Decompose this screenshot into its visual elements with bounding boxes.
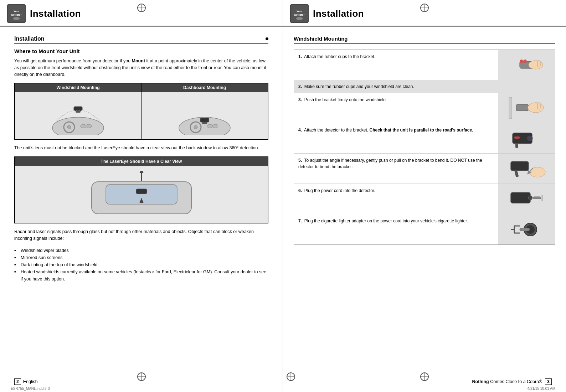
bullet-item-1: Windshield wiper blades <box>14 247 268 254</box>
windshield-mount-label: Windshield Mounting <box>15 83 141 92</box>
svg-point-14 <box>207 124 213 128</box>
section-title-row: Installation <box>14 36 268 44</box>
right-content: Windshield Mounting 1. Attach the rubber… <box>283 27 566 252</box>
left-page-num: 2 <box>14 378 21 385</box>
page-container: Your Detector Installation Installation … <box>0 0 566 392</box>
dashboard-mount-image <box>142 92 268 139</box>
step-text-2: 2. Make sure the rubber cups and your wi… <box>294 80 555 93</box>
lasereye-label: The LaserEye Should Have a Clear View <box>15 157 268 166</box>
lasereye-svg <box>81 171 202 217</box>
doc-footer-right: 4/21/15 10:01 AM <box>528 387 555 391</box>
svg-point-34 <box>528 103 544 113</box>
body-text-2: The unit's lens must not be blocked and … <box>14 145 268 151</box>
lasereye-image <box>15 166 268 223</box>
svg-rect-17 <box>202 122 207 124</box>
svg-point-4 <box>52 117 104 135</box>
crosshair-bottom-right <box>420 372 429 382</box>
svg-point-28 <box>520 60 523 63</box>
sub-title: Where to Mount Your Unit <box>14 48 268 54</box>
bullet-item-2: Mirrored sun screens <box>14 254 268 261</box>
step-row-6: 6. Plug the power cord into the detector… <box>294 184 555 214</box>
bullet-item-3: Dark tinting at the top of the windshiel… <box>14 261 268 268</box>
svg-rect-16 <box>200 118 209 122</box>
step-num-3: 3. <box>298 97 302 102</box>
svg-rect-10 <box>76 111 81 113</box>
crosshair-side-right <box>287 372 295 382</box>
step7-svg <box>502 215 552 244</box>
svg-rect-51 <box>520 228 530 231</box>
footer-nothing: Nothing <box>472 379 489 384</box>
step-image-3 <box>498 93 555 123</box>
windshield-mount-image <box>15 92 141 139</box>
step6-svg <box>502 185 552 213</box>
cobra-logo-right: Your Detector <box>290 4 309 23</box>
doc-footer-left: ESR755_MANL.indd 2-3 <box>11 387 50 391</box>
svg-rect-35 <box>537 103 540 109</box>
step3-svg <box>502 94 552 122</box>
svg-point-3 <box>13 17 20 20</box>
svg-point-29 <box>523 60 527 63</box>
crosshair-bottom-left <box>137 372 146 382</box>
lasereye-box: The LaserEye Should Have a Clear View <box>14 156 268 223</box>
step-image-6 <box>498 184 555 214</box>
step-image-7 <box>498 214 555 244</box>
svg-rect-33 <box>516 104 529 111</box>
steps-table: 1. Attach the rubber cups to the bracket… <box>294 50 555 245</box>
footer-tagline-rest: Comes Close to a Cobra® <box>490 379 542 384</box>
svg-text:Your: Your <box>14 10 19 12</box>
step-text-4: 4. Attach the detector to the bracket. C… <box>294 123 498 153</box>
step-row-3: 3. Push the bracket firmly onto the wind… <box>294 93 555 123</box>
svg-rect-37 <box>515 144 518 148</box>
svg-point-38 <box>527 135 532 141</box>
language-label: English <box>23 379 38 384</box>
svg-rect-32 <box>509 97 512 119</box>
right-header-title: Installation <box>313 8 364 19</box>
right-footer: Nothing Comes Close to a Cobra® 3 <box>472 378 552 385</box>
svg-point-6 <box>67 125 71 129</box>
step-num-1: 1. <box>298 54 302 59</box>
step1-svg <box>502 51 552 79</box>
mount-illustration-box: Windshield Mounting <box>14 83 268 140</box>
step-image-5 <box>498 154 555 184</box>
bullet-list: Windshield wiper blades Mirrored sun scr… <box>14 247 268 283</box>
svg-point-26 <box>296 17 303 20</box>
svg-rect-39 <box>514 136 520 139</box>
svg-text:Your: Your <box>297 10 302 12</box>
left-page: Your Detector Installation Installation … <box>0 0 283 392</box>
svg-point-15 <box>212 124 218 128</box>
footer-tagline: Nothing Comes Close to a Cobra® <box>472 379 542 384</box>
svg-rect-31 <box>537 61 540 67</box>
svg-rect-44 <box>511 192 530 203</box>
dashboard-mount-svg <box>176 96 233 135</box>
step-row-5: 5. To adjust the angle if necessary, gen… <box>294 154 555 184</box>
crosshair-top-left <box>137 4 146 13</box>
svg-point-30 <box>529 61 543 69</box>
right-page: Your Detector Installation Windshield Mo… <box>283 0 566 392</box>
windshield-mount-svg <box>50 96 107 135</box>
step-text-5: 5. To adjust the angle if necessary, gen… <box>294 154 498 184</box>
step-text-6: 6. Plug the power cord into the detector… <box>294 184 498 214</box>
step-image-4 <box>498 123 555 153</box>
svg-rect-20 <box>136 189 147 194</box>
dashboard-mount-label: Dashboard Mounting <box>142 83 268 92</box>
left-header-title: Installation <box>30 8 81 19</box>
step-num-5: 5. <box>298 158 302 163</box>
left-footer: 2 English <box>14 378 38 385</box>
step-num-6: 6. <box>298 188 302 193</box>
dashboard-mount-half: Dashboard Mounting <box>142 83 268 139</box>
step4-svg <box>502 124 552 153</box>
svg-rect-41 <box>514 170 519 177</box>
svg-point-13 <box>194 125 197 129</box>
section-dot <box>266 37 268 40</box>
step5-svg <box>502 154 552 183</box>
step-num-2: 2. <box>298 84 302 89</box>
cobra-logo-left: Your Detector <box>7 4 26 23</box>
svg-rect-46 <box>533 197 541 199</box>
svg-point-7 <box>81 124 86 128</box>
step-row-1: 1. Attach the rubber cups to the bracket… <box>294 50 555 80</box>
left-content: Installation Where to Mount Your Unit Yo… <box>0 27 283 295</box>
step-image-1 <box>498 50 555 80</box>
right-page-num: 3 <box>545 378 552 385</box>
step-num-4: 4. <box>298 128 302 133</box>
svg-text:Detector: Detector <box>11 14 22 16</box>
